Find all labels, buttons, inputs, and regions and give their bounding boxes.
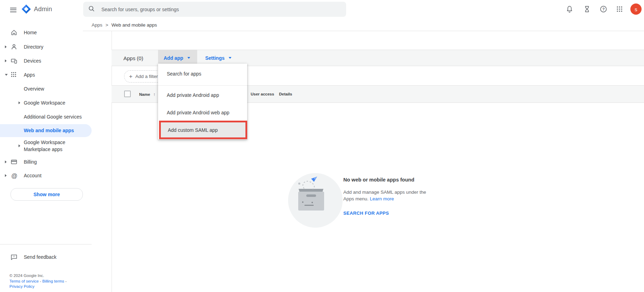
search-for-apps-action-link[interactable]: SEARCH FOR APPS	[343, 211, 389, 216]
learn-more-link[interactable]: Learn more	[370, 196, 394, 201]
show-more-button[interactable]: Show more	[10, 188, 83, 201]
chevron-right-icon	[5, 174, 7, 177]
sidebar-item-additional-google-services[interactable]: Additional Google services	[0, 110, 112, 124]
feedback-icon	[10, 254, 17, 261]
menu-item-search-for-apps[interactable]: Search for apps	[158, 66, 247, 81]
sidebar-item-web-and-mobile-apps[interactable]: Web and mobile apps	[0, 123, 112, 137]
home-icon	[10, 29, 17, 36]
hamburger-menu-button[interactable]	[10, 6, 16, 13]
copyright-text: © 2024 Google Inc.	[9, 273, 44, 278]
footer-links: Terms of service - Billing terms - Priva…	[9, 279, 79, 289]
empty-box-illustration	[288, 173, 344, 230]
column-header-user-access: User access	[251, 92, 274, 96]
billing-terms-link[interactable]: Billing terms	[42, 279, 64, 283]
add-app-menu: Search for apps Add private Android app …	[158, 64, 247, 140]
terms-of-service-link[interactable]: Terms of service	[9, 279, 39, 283]
dropdown-arrow-icon	[229, 57, 231, 59]
sidebar-item-overview[interactable]: Overview	[0, 82, 112, 96]
chevron-right-icon	[5, 45, 7, 48]
notifications-bell-icon[interactable]	[565, 5, 574, 13]
dropdown-arrow-icon	[187, 57, 190, 59]
sidebar-footer-divider	[0, 244, 92, 244]
devices-icon	[10, 57, 17, 64]
chevron-down-icon	[5, 74, 8, 76]
sidebar-item-google-workspace[interactable]: Google Workspace	[0, 96, 112, 110]
header-divider	[83, 31, 644, 31]
chevron-right-icon	[19, 144, 20, 147]
account-avatar[interactable]: s	[630, 3, 642, 15]
google-admin-logo-icon	[21, 3, 32, 16]
menu-item-add-private-android-web-app[interactable]: Add private Android web app	[158, 105, 247, 120]
breadcrumb-current: Web and mobile apps	[112, 22, 157, 28]
google-admin-console: Admin ? s Apps	[0, 0, 644, 292]
sidebar-item-directory[interactable]: Directory	[0, 40, 112, 54]
privacy-policy-link[interactable]: Privacy Policy	[9, 284, 35, 289]
sidebar-divider	[112, 31, 112, 292]
column-header-details: Details	[279, 92, 292, 96]
global-search[interactable]	[83, 2, 346, 17]
sidebar-item-devices[interactable]: Devices	[0, 54, 112, 68]
product-title: Admin	[34, 6, 52, 13]
apps-grid-icon	[10, 71, 17, 78]
svg-text:@: @	[11, 172, 17, 179]
sidebar-item-marketplace-apps[interactable]: Google Workspace Marketplace apps	[0, 137, 112, 155]
sidebar-item-home[interactable]: Home	[0, 26, 112, 40]
chevron-right-icon	[5, 161, 7, 163]
sidebar-item-account[interactable]: @ Account	[0, 169, 112, 183]
page-title: Apps (0)	[123, 55, 143, 61]
sidebar-item-apps[interactable]: Apps	[0, 68, 112, 82]
search-input[interactable]	[101, 6, 326, 13]
sort-ascending-icon: ↑	[153, 92, 156, 97]
empty-state-description: Add and manage SAML apps under the Apps …	[343, 189, 431, 202]
menu-item-add-private-android-app[interactable]: Add private Android app	[158, 87, 247, 103]
select-all-checkbox[interactable]	[124, 91, 131, 97]
send-feedback-button[interactable]: Send feedback	[0, 250, 112, 264]
directory-person-icon	[10, 43, 17, 50]
menu-divider	[158, 85, 247, 86]
avatar-initial: s	[635, 6, 637, 12]
annotation-highlight-box: Add custom SAML app	[159, 121, 247, 139]
sidebar-item-billing[interactable]: Billing	[0, 155, 112, 169]
menu-item-add-custom-saml-app[interactable]: Add custom SAML app	[161, 122, 245, 137]
google-apps-grid-icon[interactable]	[615, 5, 624, 13]
help-icon[interactable]: ?	[599, 5, 608, 13]
search-icon	[88, 5, 95, 14]
chevron-right-icon	[5, 59, 7, 62]
chevron-right-icon	[19, 101, 20, 104]
plus-icon: +	[129, 73, 133, 80]
svg-text:?: ?	[602, 7, 605, 11]
pending-tasks-hourglass-icon[interactable]	[583, 5, 591, 13]
column-header-name[interactable]: Name ↑	[139, 92, 156, 97]
billing-card-icon	[10, 158, 17, 165]
account-at-icon: @	[10, 172, 17, 179]
settings-dropdown-button[interactable]: Settings	[205, 55, 231, 61]
empty-state-title: No web or mobile apps found	[343, 177, 414, 183]
